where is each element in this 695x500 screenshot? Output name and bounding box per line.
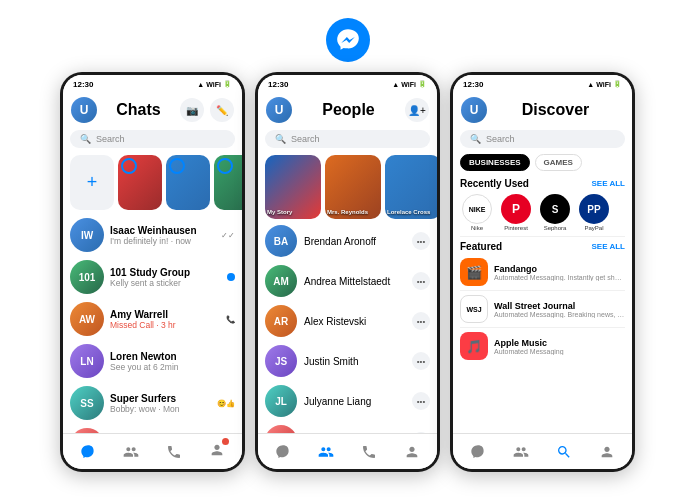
recently-used-see-all[interactable]: SEE ALL	[592, 179, 625, 188]
phones-row: 12:30 ▲ WiFi 🔋 U Chats 📷 ✏️	[60, 72, 635, 472]
people-story-2[interactable]: Lorelace Cross	[385, 155, 437, 219]
people-action-0[interactable]: •••	[412, 232, 430, 250]
people-name-2: Alex Ristevski	[304, 316, 405, 327]
tab-games[interactable]: GAMES	[535, 154, 582, 171]
add-person-icon[interactable]: 👤+	[405, 98, 429, 122]
chat-preview-0: I'm definitely in! · now	[110, 236, 215, 246]
people-item-0[interactable]: BA Brendan Aronoff •••	[258, 221, 437, 261]
chat-item-4[interactable]: SS Super Surfers Bobby: wow · Mon 😊👍	[63, 382, 242, 424]
chat-avatar-2: AW	[70, 302, 104, 336]
discover-search-icon: 🔍	[470, 134, 481, 144]
featured-info-1: Wall Street Journal Automated Messaging.…	[494, 301, 625, 318]
people-item-4[interactable]: JL Julyanne Liang •••	[258, 381, 437, 421]
discover-nav-profile-tab[interactable]	[585, 444, 628, 460]
people-nav-people-tab[interactable]	[305, 444, 348, 460]
discover-search-bar[interactable]: 🔍 Search	[460, 130, 625, 148]
app-container: 12:30 ▲ WiFi 🔋 U Chats 📷 ✏️	[60, 0, 635, 472]
status-time-people: 12:30	[268, 80, 288, 89]
people-story-0[interactable]: My Story	[265, 155, 321, 219]
people-item-3[interactable]: JS Justin Smith •••	[258, 341, 437, 381]
sephora-label: Sephora	[544, 225, 567, 231]
status-bar-people: 12:30 ▲ WiFi 🔋	[258, 75, 437, 93]
people-action-3[interactable]: •••	[412, 352, 430, 370]
camera-icon[interactable]: 📷	[180, 98, 204, 122]
brand-sephora[interactable]: S Sephora	[538, 194, 572, 231]
discover-tabs: BUSINESSES GAMES	[453, 151, 632, 174]
people-avatar-1: AM	[265, 265, 297, 297]
brand-paypal[interactable]: PP PayPal	[577, 194, 611, 231]
chat-item-0[interactable]: IW Isaac Weinhausen I'm definitely in! ·…	[63, 214, 242, 256]
story-item-1[interactable]	[118, 155, 162, 210]
people-nav-calls-tab[interactable]	[348, 444, 391, 460]
featured-item-0[interactable]: 🎬 Fandango Automated Messaging. Instantl…	[453, 254, 632, 290]
brand-pinterest[interactable]: P Pinterest	[499, 194, 533, 231]
chat-name-0: Isaac Weinhausen	[110, 225, 215, 236]
discover-nav-chats-tab[interactable]	[457, 444, 500, 460]
discover-nav-discover-tab[interactable]	[543, 444, 586, 460]
people-story-label-1: Mrs. Reynolds	[327, 209, 379, 216]
phone-chats: 12:30 ▲ WiFi 🔋 U Chats 📷 ✏️	[60, 72, 245, 472]
chat-preview-3: See you at 6 2min	[110, 362, 229, 372]
chats-header-avatar[interactable]: U	[71, 97, 97, 123]
people-nav-profile-tab[interactable]	[390, 444, 433, 460]
people-action-1[interactable]: •••	[412, 272, 430, 290]
story-item-2[interactable]	[166, 155, 210, 210]
people-avatar-4: JL	[265, 385, 297, 417]
people-item-2[interactable]: AR Alex Ristevski •••	[258, 301, 437, 341]
people-action-4[interactable]: •••	[412, 392, 430, 410]
chats-header-icons: 📷 ✏️	[180, 98, 234, 122]
featured-name-2: Apple Music	[494, 338, 625, 348]
tab-businesses[interactable]: BUSINESSES	[460, 154, 530, 171]
nav-profile-tab[interactable]	[195, 442, 238, 461]
discover-title: Discover	[522, 101, 590, 119]
people-item-1[interactable]: AM Andrea Mittelstaedt •••	[258, 261, 437, 301]
featured-desc-0: Automated Messaging. Instantly get showt…	[494, 274, 625, 281]
chat-avatar-4: SS	[70, 386, 104, 420]
people-name-4: Julyanne Liang	[304, 396, 405, 407]
add-story-item[interactable]: +	[70, 155, 114, 210]
people-nav-chats-tab[interactable]	[262, 444, 305, 460]
featured-desc-2: Automated Messaging	[494, 348, 625, 355]
chat-meta-4: 😊👍	[217, 399, 235, 408]
chat-name-3: Loren Newton	[110, 351, 229, 362]
nav-chats-tab[interactable]	[67, 444, 110, 460]
compose-icon[interactable]: ✏️	[210, 98, 234, 122]
nike-label: Nike	[471, 225, 483, 231]
status-icons-chats: ▲ WiFi 🔋	[197, 80, 232, 88]
people-header-avatar[interactable]: U	[266, 97, 292, 123]
people-name-3: Justin Smith	[304, 356, 405, 367]
chat-info-1: 101 Study Group Kelly sent a sticker	[110, 267, 221, 288]
people-story-1[interactable]: Mrs. Reynolds	[325, 155, 381, 219]
featured-item-1[interactable]: WSJ Wall Street Journal Automated Messag…	[453, 291, 632, 327]
discover-header-avatar[interactable]: U	[461, 97, 487, 123]
people-item-5[interactable]: BC Band Club •••	[258, 421, 437, 433]
discover-nav-people-tab[interactable]	[500, 444, 543, 460]
story-item-3[interactable]	[214, 155, 242, 210]
chat-item-3[interactable]: LN Loren Newton See you at 6 2min	[63, 340, 242, 382]
featured-item-2[interactable]: 🎵 Apple Music Automated Messaging	[453, 328, 632, 364]
brand-nike[interactable]: NIKE Nike	[460, 194, 494, 231]
people-action-2[interactable]: •••	[412, 312, 430, 330]
phone-people-screen: 12:30 ▲ WiFi 🔋 U People 👤+	[258, 75, 437, 469]
chat-item-2[interactable]: AW Amy Warrell Missed Call · 3 hr 📞	[63, 298, 242, 340]
chat-item-1[interactable]: 101 101 Study Group Kelly sent a sticker	[63, 256, 242, 298]
chats-header: U Chats 📷 ✏️	[63, 93, 242, 127]
chat-preview-4: Bobby: wow · Mon	[110, 404, 211, 414]
chat-preview-1: Kelly sent a sticker	[110, 278, 221, 288]
messenger-logo-icon	[326, 18, 370, 62]
chats-search-icon: 🔍	[80, 134, 91, 144]
chat-list: IW Isaac Weinhausen I'm definitely in! ·…	[63, 214, 242, 433]
nav-calls-tab[interactable]	[153, 444, 196, 460]
people-avatar-3: JS	[265, 345, 297, 377]
status-bar-chats: 12:30 ▲ WiFi 🔋	[63, 75, 242, 93]
status-bar-discover: 12:30 ▲ WiFi 🔋	[453, 75, 632, 93]
chat-item-5[interactable]: RL Rodolfo & Leon	[63, 424, 242, 433]
chat-info-3: Loren Newton See you at 6 2min	[110, 351, 229, 372]
people-search-bar[interactable]: 🔍 Search	[265, 130, 430, 148]
featured-name-1: Wall Street Journal	[494, 301, 625, 311]
people-avatar-0: BA	[265, 225, 297, 257]
featured-see-all[interactable]: SEE ALL	[592, 242, 625, 251]
chats-search-bar[interactable]: 🔍 Search	[70, 130, 235, 148]
nav-people-tab[interactable]	[110, 444, 153, 460]
chat-avatar-0: IW	[70, 218, 104, 252]
